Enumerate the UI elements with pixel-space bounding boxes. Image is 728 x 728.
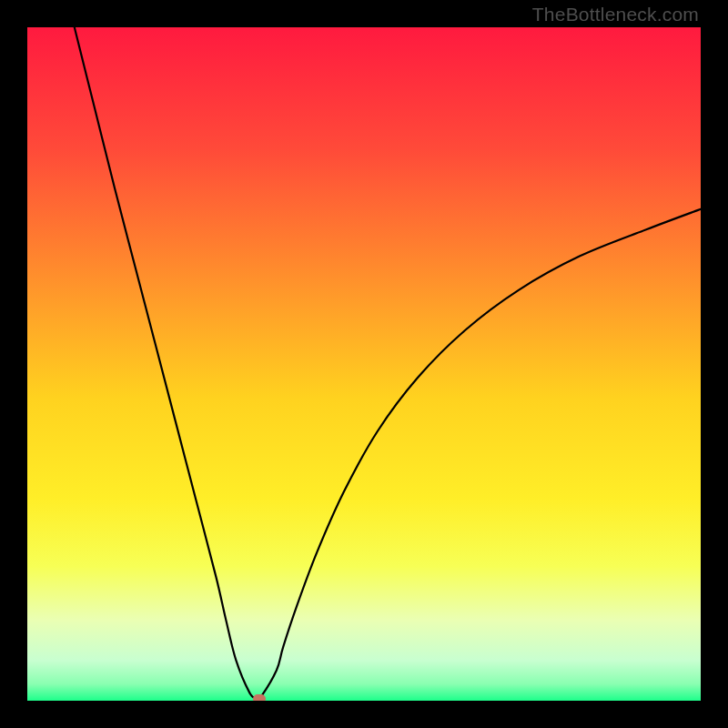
chart-frame: TheBottleneck.com (0, 0, 728, 728)
plot-area (27, 27, 701, 701)
optimal-marker (253, 694, 266, 701)
watermark-text: TheBottleneck.com (532, 4, 699, 25)
bottleneck-curve-path (75, 27, 701, 701)
curve-layer (27, 27, 701, 701)
